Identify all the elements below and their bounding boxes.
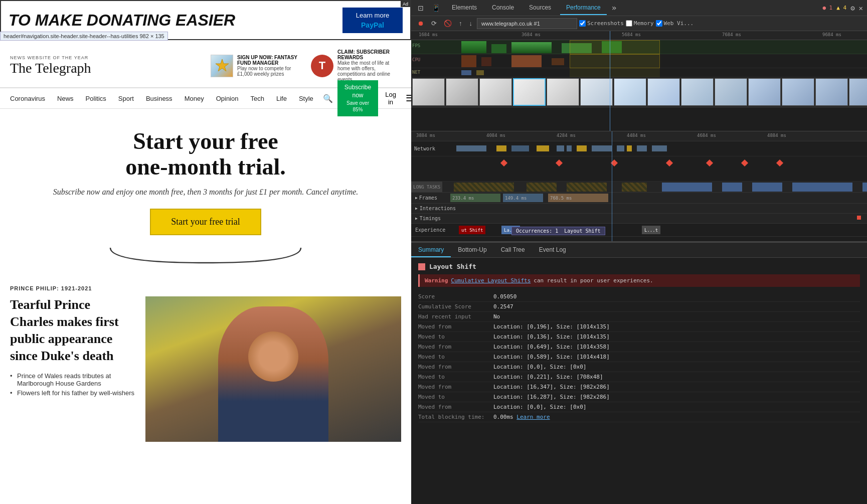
nav-money[interactable]: Money — [180, 90, 209, 107]
webvi-checkbox-label[interactable]: Web Vi... — [656, 20, 694, 27]
filmstrip-frame — [547, 78, 579, 106]
filmstrip-frame — [446, 78, 478, 106]
tick-9684: 9684 ms — [822, 32, 841, 37]
detailed-tracks: 3884 ms 4084 ms 4284 ms 4484 ms 4684 ms … — [411, 131, 867, 242]
layout-shift-marker — [611, 159, 618, 166]
cumulative-layout-shifts-link[interactable]: Cumulative Layout Shifts — [451, 277, 531, 284]
learn-more-link[interactable]: Learn more — [516, 414, 550, 420]
nav-politics[interactable]: Politics — [81, 90, 111, 107]
network-row: Network — [411, 141, 867, 156]
tab-elements[interactable]: Elements — [446, 1, 483, 15]
timeline-cursor — [610, 31, 610, 131]
memory-checkbox[interactable] — [626, 20, 632, 27]
frames-row: ▶ Frames 233.4 ms 149.4 ms 768.5 ms — [411, 193, 867, 204]
nav-life[interactable]: Life — [271, 90, 292, 107]
article-bullets: Prince of Wales reads tributes at Marlbo… — [10, 371, 135, 398]
warning-badge: ▲ 4 — [836, 5, 846, 11]
filmstrip-frame — [815, 78, 848, 106]
recent-input-value: No — [493, 313, 860, 320]
timeline-ruler2: 3884 ms 4084 ms 4284 ms 4484 ms 4684 ms … — [411, 131, 867, 141]
frames-expand-icon[interactable]: ▶ — [415, 196, 418, 200]
url-input[interactable] — [477, 18, 577, 29]
data-row-total-blocking: Total blocking time: 0.00ms Learn more — [418, 412, 860, 422]
download-button[interactable]: ↓ — [467, 18, 475, 29]
tick-7684: 7684 ms — [722, 32, 741, 37]
summary-panel: Summary Bottom-Up Call Tree Event Log La… — [411, 242, 867, 452]
nav-tech[interactable]: Tech — [245, 90, 269, 107]
nav-opinion[interactable]: Opinion — [211, 90, 244, 107]
nav-news[interactable]: News — [52, 90, 79, 107]
filmstrip-row — [411, 77, 867, 107]
moved-from-value-4: Location: [16,347], Size: [982x286] — [493, 384, 860, 390]
tab-summary[interactable]: Summary — [411, 243, 451, 257]
tab-sources[interactable]: Sources — [523, 1, 557, 15]
clear-button[interactable]: 🚫 — [441, 18, 454, 29]
subscribe-button[interactable]: Subscribe now Save over 85% — [337, 80, 378, 116]
record-button[interactable]: ⏺ — [415, 18, 427, 29]
timings-expand-icon[interactable]: ▶ — [415, 216, 418, 221]
total-blocking-label: Total blocking time: — [418, 414, 493, 420]
login-button[interactable]: Log in — [380, 87, 401, 110]
moved-to-label-2: Moved to — [418, 354, 493, 360]
filmstrip-frame — [647, 78, 680, 106]
tab-event-log[interactable]: Event Log — [532, 243, 573, 257]
close-icon[interactable]: ✕ — [859, 4, 863, 12]
warning-bar: Warning Cumulative Layout Shifts can res… — [418, 274, 860, 287]
experience-chip-layout-shift: ut Shift — [459, 226, 485, 234]
data-row-moved-from-5: Moved from Location: [0,0], Size: [0x0] — [418, 402, 860, 412]
devtools-topbar: ⊡ 📱 Elements Console Sources Performance… — [411, 0, 867, 16]
nav-sport[interactable]: Sport — [113, 90, 139, 107]
nav-business[interactable]: Business — [141, 90, 178, 107]
performance-timeline-top: 1684 ms 3684 ms 5684 ms 7684 ms 9684 ms … — [411, 31, 867, 131]
interactions-expand-icon[interactable]: ▶ — [415, 206, 418, 211]
tick-1684: 1684 ms — [419, 32, 438, 37]
telegraph-logo: The Telegraph — [10, 60, 91, 76]
timing-marker — [857, 216, 861, 220]
filmstrip-frame — [479, 78, 512, 106]
reload-record-button[interactable]: ⟳ — [429, 18, 439, 29]
hamburger-menu-button[interactable]: ☰ — [403, 90, 411, 106]
timings-row: ▶ Timings — [411, 214, 867, 224]
screenshots-checkbox-label[interactable]: Screenshots — [579, 20, 624, 27]
moved-from-label-2: Moved from — [418, 344, 493, 350]
layout-shift-marker — [500, 159, 507, 166]
filmstrip-frame — [580, 78, 613, 106]
tab-performance[interactable]: Performance — [560, 1, 607, 15]
more-tabs-button[interactable]: » — [610, 1, 619, 15]
bullet-item: Prince of Wales reads tributes at Marlbo… — [10, 371, 135, 388]
search-button[interactable]: 🔍 — [320, 91, 335, 106]
tab-console[interactable]: Console — [486, 1, 520, 15]
upload-button[interactable]: ↑ — [456, 18, 465, 29]
data-row-moved-to-3: Moved to Location: [0,221], Size: [708x4… — [418, 372, 860, 382]
promo2-desc: Make the most of life at home with offer… — [337, 60, 401, 82]
settings-icon[interactable]: ⚙ — [850, 4, 854, 12]
ad-learn-more-button[interactable]: Learn more PayPal — [342, 8, 403, 33]
tab-call-tree[interactable]: Call Tree — [494, 243, 532, 257]
screenshots-checkbox[interactable] — [579, 20, 586, 27]
start-trial-button[interactable]: Start your free trial — [150, 209, 261, 235]
nav-style[interactable]: Style — [294, 90, 318, 107]
summary-tabs: Summary Bottom-Up Call Tree Event Log — [411, 243, 867, 258]
filmstrip-frame — [614, 78, 646, 106]
fps-track: FPS — [411, 40, 867, 54]
devtools-mobile-button[interactable]: 📱 — [429, 3, 443, 13]
nav-coronavirus[interactable]: Coronavirus — [5, 90, 50, 107]
header-promos: SIGN UP NOW: FANTASY FUND MANAGER Play n… — [211, 49, 401, 82]
summary-content: Layout Shift Warning Cumulative Layout S… — [411, 258, 867, 427]
memory-checkbox-label[interactable]: Memory — [626, 20, 654, 27]
data-row-recent-input: Had recent input No — [418, 312, 860, 322]
tick-5684: 5684 ms — [622, 32, 641, 37]
webvi-checkbox[interactable] — [656, 20, 662, 27]
article-section-label: PRINCE PHILIP: 1921-2021 — [10, 285, 401, 291]
article-image — [145, 296, 401, 442]
experience-chip-lt: L...t — [642, 226, 660, 234]
cpu-track: CPU — [411, 54, 867, 68]
moved-from-label-5: Moved from — [418, 404, 493, 410]
news-section: PRINCE PHILIP: 1921-2021 Tearful Prince … — [0, 275, 411, 452]
subscription-title: Start your free one-month trial. — [10, 129, 401, 180]
occurrences-tooltip: Occurrences: 1 Layout Shift — [511, 227, 605, 235]
tab-bottom-up[interactable]: Bottom-Up — [451, 243, 493, 257]
filmstrip-frame — [782, 78, 814, 106]
devtools-cursor-button[interactable]: ⊡ — [415, 3, 426, 13]
score-value: 0.05050 — [493, 293, 860, 300]
